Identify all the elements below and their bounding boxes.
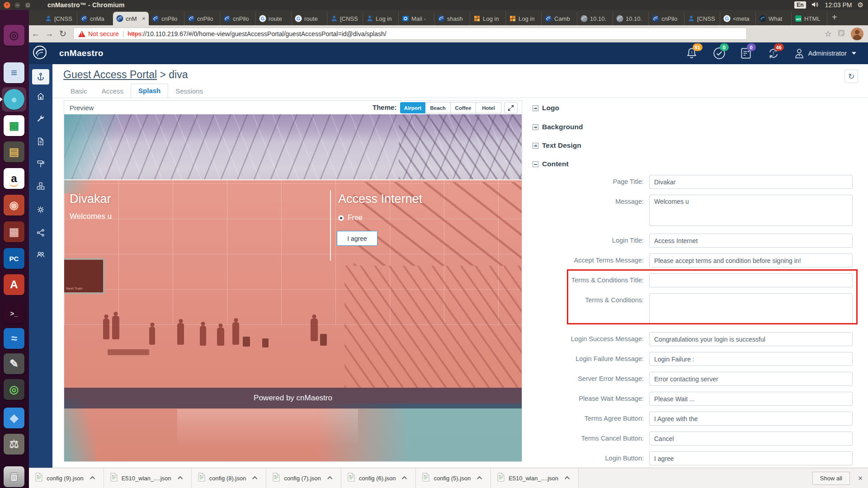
field-terms-conditions-title[interactable] xyxy=(649,273,853,287)
back-icon[interactable]: ← xyxy=(29,29,42,39)
amazon-icon[interactable]: a xyxy=(4,168,24,189)
show-all-button[interactable]: Show all xyxy=(812,472,850,485)
address-bar[interactable]: Not secure | https://10.110.219.67/#/0/h… xyxy=(73,28,747,40)
section-text-design[interactable]: Text Design xyxy=(533,141,581,150)
expand-plus-icon[interactable] xyxy=(533,124,538,130)
collapse-minus-icon[interactable] xyxy=(533,161,538,167)
browser-tab[interactable]: G<meta xyxy=(720,12,756,25)
browser-tab[interactable]: cnM× xyxy=(113,12,149,25)
browser-tab[interactable]: w3HTML xyxy=(792,12,827,25)
browser-tab[interactable]: [CNSS xyxy=(684,12,720,25)
notifications-bell-icon[interactable]: ! 91 xyxy=(685,47,699,60)
preview-free-radio[interactable]: Free xyxy=(338,214,363,222)
file-cabinet-icon[interactable]: ▤ xyxy=(4,141,24,162)
anaconda-ring-icon[interactable]: ◎ xyxy=(4,379,24,400)
fullscreen-expand-icon[interactable] xyxy=(504,102,518,113)
download-item[interactable]: config (7).json xyxy=(266,468,341,488)
browser-tab[interactable]: cnPilo xyxy=(184,12,220,25)
browser-tab[interactable]: cnPilo xyxy=(649,12,684,25)
field-terms-conditions[interactable] xyxy=(649,293,853,324)
window-minimize-button[interactable]: – xyxy=(14,2,21,9)
browser-tab[interactable]: 10.10. xyxy=(613,12,649,25)
tab-basic[interactable]: Basic xyxy=(63,84,94,98)
archive-tool-icon[interactable]: A xyxy=(4,274,24,295)
download-item[interactable]: config (9).json xyxy=(29,468,104,488)
sidebar-item-settings[interactable] xyxy=(32,202,49,217)
reload-icon[interactable]: ↻ xyxy=(56,28,70,39)
extensions-icon[interactable] xyxy=(837,29,845,39)
browser-tab[interactable]: Mail - xyxy=(399,12,434,25)
field-message[interactable] xyxy=(649,195,853,226)
theme-coffee-button[interactable]: Coffee xyxy=(451,102,476,113)
sidebar-item-design[interactable] xyxy=(32,156,49,172)
field-terms-agree-button[interactable] xyxy=(649,412,853,426)
browser-tab[interactable]: Log in xyxy=(506,12,542,25)
media-app-icon[interactable]: ◉ xyxy=(4,195,24,216)
sidebar-item-reports[interactable] xyxy=(32,134,49,149)
libreoffice-impress-icon[interactable]: ▦ xyxy=(4,221,24,242)
field-terms-cancel-button[interactable] xyxy=(649,432,853,446)
volume-icon[interactable] xyxy=(811,1,820,9)
browser-tab[interactable]: Log in xyxy=(363,12,399,25)
new-tab-button[interactable]: + xyxy=(832,12,837,23)
sidebar-item-configuration[interactable] xyxy=(32,111,49,127)
browser-tab[interactable]: Log in xyxy=(470,12,506,25)
window-maximize-button[interactable]: ◻ xyxy=(24,2,31,9)
scales-app-icon[interactable]: ⚖ xyxy=(4,434,24,455)
field-login-button[interactable] xyxy=(649,451,853,465)
expand-plus-icon[interactable] xyxy=(533,143,538,149)
browser-tab[interactable]: shash xyxy=(434,12,470,25)
dash-home-icon[interactable]: ◎ xyxy=(4,25,24,46)
theme-hotel-button[interactable]: Hotel xyxy=(476,102,501,113)
text-editor-icon[interactable]: ≡ xyxy=(4,62,24,83)
tab-sessions[interactable]: Sessions xyxy=(168,84,210,98)
section-background[interactable]: Background xyxy=(533,123,583,131)
sidebar-item-home[interactable] xyxy=(32,89,49,104)
field-accept-terms-message[interactable] xyxy=(649,253,853,267)
not-secure-label[interactable]: Not secure xyxy=(88,30,119,38)
section-content[interactable]: Content xyxy=(533,160,569,168)
security-warning-icon[interactable] xyxy=(78,31,85,37)
field-login-failure-message[interactable] xyxy=(649,352,853,366)
window-close-button[interactable]: × xyxy=(4,2,10,9)
bookmark-star-icon[interactable]: ☆ xyxy=(825,29,832,39)
sidebar-item-applications[interactable] xyxy=(32,178,49,194)
browser-tab[interactable]: What xyxy=(756,12,792,25)
download-menu-chevron-icon[interactable] xyxy=(87,472,99,484)
download-menu-chevron-icon[interactable] xyxy=(562,472,574,484)
field-login-title[interactable] xyxy=(649,234,853,248)
download-menu-chevron-icon[interactable] xyxy=(250,472,261,484)
sync-alert-icon[interactable]: ! 46 xyxy=(767,47,780,60)
section-logo[interactable]: Logo xyxy=(533,104,559,112)
download-item[interactable]: E510_wlan_....json xyxy=(491,468,579,488)
download-menu-chevron-icon[interactable] xyxy=(399,472,411,484)
download-item[interactable]: config (5).json xyxy=(416,468,491,488)
sidebar-item-services[interactable] xyxy=(32,69,49,84)
browser-tab[interactable]: cnPilo xyxy=(149,12,184,25)
network-analyzer-icon[interactable]: ≈ xyxy=(4,328,24,349)
breadcrumb-link[interactable]: Guest Access Portal xyxy=(63,69,157,80)
browser-tab[interactable]: Groute xyxy=(256,12,292,25)
trash-icon[interactable] xyxy=(4,466,24,487)
download-menu-chevron-icon[interactable] xyxy=(474,472,486,484)
browser-tab[interactable]: Camb xyxy=(542,12,577,25)
chromium-browser-icon[interactable]: ● xyxy=(4,89,24,110)
browser-tab[interactable]: Groute xyxy=(292,12,327,25)
browser-tab[interactable]: [CNSS xyxy=(327,12,363,25)
sidebar-item-network[interactable] xyxy=(32,225,49,240)
theme-beach-button[interactable]: Beach xyxy=(425,102,451,113)
download-menu-chevron-icon[interactable] xyxy=(325,472,336,484)
session-gear-icon[interactable]: ⚙ xyxy=(858,1,863,9)
libreoffice-calc-icon[interactable]: ▦ xyxy=(4,115,24,136)
radio-selected-icon[interactable] xyxy=(338,215,344,221)
sidebar-item-users[interactable] xyxy=(32,247,49,262)
theme-airport-button[interactable]: Airport xyxy=(400,102,425,113)
approvals-check-icon[interactable]: 0 xyxy=(712,47,726,60)
browser-tab[interactable]: [CNSS xyxy=(42,12,77,25)
download-item[interactable]: config (8).json xyxy=(192,468,267,488)
pc-app-icon[interactable]: PC xyxy=(4,248,24,269)
forward-icon[interactable]: → xyxy=(42,29,56,39)
preview-login-button[interactable]: I agree xyxy=(337,231,377,246)
field-server-error-message[interactable] xyxy=(649,372,853,386)
tab-access[interactable]: Access xyxy=(94,84,131,98)
